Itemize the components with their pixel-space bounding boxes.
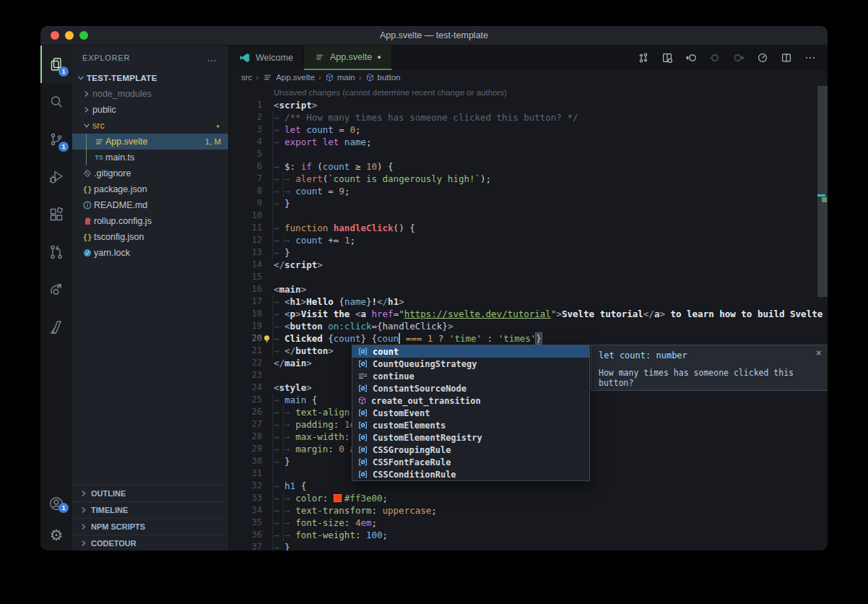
breadcrumb-item-file[interactable]: App.svelte	[262, 72, 315, 83]
next-change-icon[interactable]	[733, 52, 745, 64]
breadcrumb-item-button[interactable]: button	[365, 73, 401, 82]
line-number[interactable]: 24	[229, 381, 262, 394]
scrollbar-thumb[interactable]	[817, 86, 828, 297]
code-line-6[interactable]: 6→ $: if (count ≥ 10) {	[229, 160, 828, 173]
line-number[interactable]: 11	[229, 222, 262, 234]
line-number[interactable]: 31	[229, 467, 262, 480]
line-number[interactable]: 34	[229, 504, 262, 517]
activity-item-extensions[interactable]	[40, 196, 72, 233]
activity-item-settings[interactable]: ⚙	[40, 519, 72, 551]
line-number[interactable]: 26	[229, 406, 262, 418]
line-number[interactable]: 37	[229, 541, 262, 551]
line-number[interactable]: 7	[229, 173, 262, 185]
suggest-item-CustomEvent[interactable]: CustomEvent	[352, 407, 589, 419]
activity-item-github-pull-requests[interactable]	[40, 233, 72, 271]
close-icon[interactable]: ×	[816, 347, 822, 358]
breadcrumb-item-main[interactable]: main	[325, 73, 355, 82]
suggest-item-CSSFontFaceRule[interactable]: CSSFontFaceRule	[352, 456, 589, 468]
explorer-more-actions-icon[interactable]: …	[207, 52, 218, 64]
activity-item-search[interactable]	[40, 83, 72, 121]
split-editor-icon[interactable]	[781, 52, 792, 64]
activity-item-source-control[interactable]: 1	[40, 121, 72, 158]
line-number[interactable]: 3	[229, 124, 262, 136]
blame-annotation-line[interactable]: Unsaved changes (cannot determine recent…	[229, 87, 828, 99]
line-number[interactable]: 16	[229, 283, 262, 295]
activity-item-explorer[interactable]: 1	[40, 46, 72, 83]
history-icon[interactable]	[757, 52, 768, 64]
code-line-33[interactable]: 33→ → color: #ff3e00;	[229, 492, 828, 504]
tree-item-yarn-lock[interactable]: yarn.lock	[72, 245, 228, 261]
line-number[interactable]: 15	[229, 271, 262, 283]
code-line-4[interactable]: 4→ export let name;	[229, 136, 828, 148]
line-number[interactable]: 28	[229, 431, 262, 443]
line-number[interactable]: 5	[229, 148, 262, 160]
activity-item-azure[interactable]	[40, 309, 72, 346]
open-changes-icon[interactable]	[661, 52, 673, 64]
editor-scrollbar[interactable]	[817, 85, 828, 551]
line-number[interactable]: 18	[229, 308, 262, 320]
code-line-16[interactable]: 16<main>	[229, 283, 828, 295]
code-line-9[interactable]: 9→ }	[229, 197, 828, 210]
sidebar-section-timeline[interactable]: TIMELINE	[72, 501, 228, 518]
suggest-item-CountQueuingStrategy[interactable]: CountQueuingStrategy	[352, 358, 589, 370]
code-line-8[interactable]: 8→ → count = 9;	[229, 185, 828, 197]
code-line-20[interactable]: 20→ Clicked {count} {coun === 1 ? 'time'…	[229, 332, 828, 345]
line-number[interactable]: 32	[229, 480, 262, 492]
suggest-item-CSSGroupingRule[interactable]: CSSGroupingRule	[352, 444, 589, 456]
suggest-item-ConstantSourceNode[interactable]: ConstantSourceNode	[352, 382, 589, 394]
line-number[interactable]: 1	[229, 99, 262, 111]
sidebar-section-codetour[interactable]: CODETOUR	[72, 535, 228, 551]
code-line-37[interactable]: 37→ }	[229, 541, 828, 551]
tree-item-app-svelte[interactable]: App.svelte1, M	[72, 134, 228, 150]
suggest-item-CSSConditionRule[interactable]: CSSConditionRule	[352, 468, 589, 480]
tree-item-node-modules[interactable]: node_modules	[72, 86, 228, 102]
code-line-12[interactable]: 12→ → count += 1;	[229, 234, 828, 246]
code-line-1[interactable]: 1<script>	[229, 99, 828, 111]
code-line-7[interactable]: 7→ → alert(`count is dangerously high!`)…	[229, 173, 828, 185]
tree-item-main-ts[interactable]: TSmain.ts	[72, 150, 228, 165]
line-number[interactable]: 36	[229, 529, 262, 541]
line-number[interactable]: 9	[229, 197, 262, 210]
tree-root-test-template[interactable]: TEST-TEMPLATE	[72, 70, 228, 86]
tree-item-src[interactable]: src●	[72, 118, 228, 134]
tree-item-tsconfig-json[interactable]: {}tsconfig.json	[72, 229, 228, 245]
line-number[interactable]: 33	[229, 492, 262, 504]
code-line-19[interactable]: 19→ <button on:click={handleClick}>	[229, 320, 828, 332]
code-line-13[interactable]: 13→ }	[229, 246, 828, 259]
line-number[interactable]: 8	[229, 185, 262, 197]
unsaved-dot-icon[interactable]: ●	[377, 53, 381, 61]
code-line-34[interactable]: 34→ → text-transform: uppercase;	[229, 504, 828, 517]
sidebar-section-npm-scripts[interactable]: NPM SCRIPTS	[72, 518, 228, 535]
tree-item-readme-md[interactable]: README.md	[72, 197, 228, 213]
activity-item-accounts[interactable]: 1	[40, 488, 72, 519]
line-number[interactable]: 4	[229, 136, 262, 148]
suggest-item-count[interactable]: count	[352, 345, 589, 358]
code-line-17[interactable]: 17→ <h1>Hello {name}!</h1>	[229, 295, 828, 308]
suggest-item-create_out_transition[interactable]: create_out_transition	[352, 394, 589, 407]
code-line-35[interactable]: 35→ → font-size: 4em;	[229, 517, 828, 529]
code-line-36[interactable]: 36→ → font-weight: 100;	[229, 529, 828, 541]
breadcrumb-item-src[interactable]: src	[241, 73, 252, 82]
title-bar[interactable]: App.svelte — test-template	[40, 26, 828, 46]
sidebar-section-outline[interactable]: OUTLINE	[72, 485, 228, 501]
line-number[interactable]: 20	[229, 332, 262, 345]
line-number[interactable]: 35	[229, 517, 262, 529]
line-number[interactable]: 2	[229, 111, 262, 124]
line-number[interactable]: 19	[229, 320, 262, 332]
tab-welcome[interactable]: Welcome	[229, 46, 304, 70]
line-number[interactable]	[229, 87, 262, 99]
line-number[interactable]: 30	[229, 455, 262, 467]
code-editor[interactable]: Unsaved changes (cannot determine recent…	[229, 85, 828, 551]
line-number[interactable]: 17	[229, 295, 262, 308]
code-line-14[interactable]: 14</script>	[229, 259, 828, 271]
suggest-item-continue[interactable]: continue	[352, 370, 589, 382]
code-line-32[interactable]: 32→ h1 {	[229, 480, 828, 492]
tree-item-public[interactable]: public	[72, 102, 228, 118]
previous-change-icon[interactable]	[709, 52, 721, 64]
more-actions-icon[interactable]	[804, 52, 816, 64]
activity-item-live-share[interactable]	[40, 271, 72, 309]
code-line-2[interactable]: 2→ /** How many times has someone clicke…	[229, 111, 828, 124]
line-number[interactable]: 29	[229, 443, 262, 455]
line-number[interactable]: 14	[229, 259, 262, 271]
line-number[interactable]: 12	[229, 234, 262, 246]
